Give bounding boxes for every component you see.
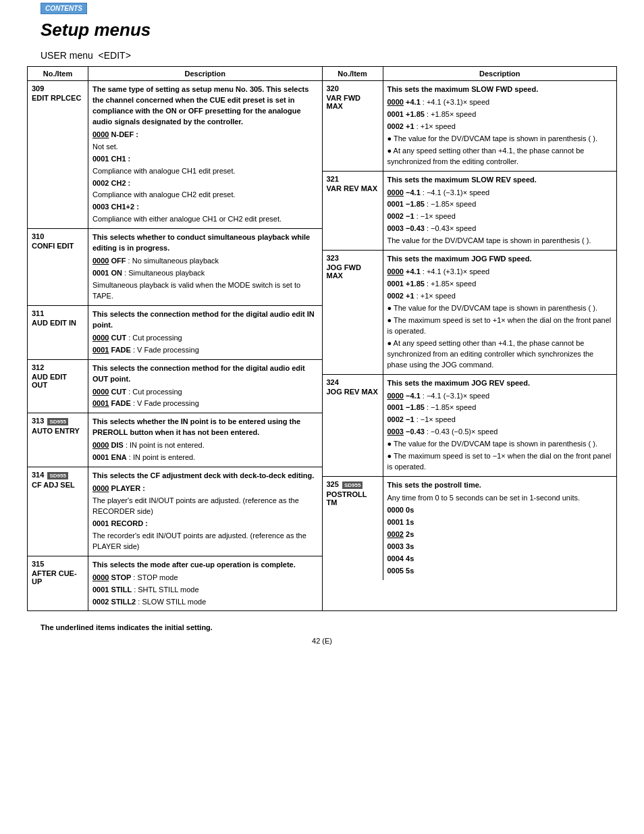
col-desc: This selects whether to conduct simultan…: [88, 229, 322, 305]
table-row: 324JOG REV MAXThis sets the maximum JOG …: [323, 375, 617, 477]
right-data-rows: 320VAR FWD MAXThis sets the maximum SLOW…: [323, 81, 617, 580]
table-row: 315AFTER CUE-UPThis selects the mode aft…: [28, 556, 322, 611]
right-panel: No./Item Description 320VAR FWD MAXThis …: [323, 67, 617, 610]
section-heading: USER menu <EDIT>: [41, 50, 603, 61]
col-desc: This sets the postroll time.Any time fro…: [383, 477, 617, 580]
sd955-badge: SD955: [47, 472, 68, 479]
table-row: 311AUD EDIT INThis selects the connectio…: [28, 306, 322, 360]
right-header-desc: Description: [383, 67, 617, 80]
col-desc: This selects the connection method for t…: [88, 360, 322, 413]
left-panel: No./Item Description 309EDIT RPLCECThe s…: [28, 67, 323, 610]
left-data-rows: 309EDIT RPLCECThe same type of setting a…: [28, 81, 322, 610]
col-no: 309EDIT RPLCEC: [28, 81, 88, 228]
col-desc: This sets the maximum SLOW REV speed.000…: [383, 172, 617, 251]
left-header-desc: Description: [88, 67, 322, 80]
col-desc: This sets the maximum JOG FWD speed.0000…: [383, 251, 617, 373]
col-no: 314 SD955CF ADJ SEL: [28, 467, 88, 556]
col-no: 310CONFI EDIT: [28, 229, 88, 305]
table-row: 310CONFI EDITThis selects whether to con…: [28, 229, 322, 306]
col-desc: This selects the mode after cue-up opera…: [88, 556, 322, 611]
col-no: 324JOG REV MAX: [323, 375, 383, 477]
main-table: No./Item Description 309EDIT RPLCECThe s…: [27, 66, 617, 611]
table-row: 309EDIT RPLCECThe same type of setting a…: [28, 81, 322, 229]
table-row: 325 SD955POSTROLL TMThis sets the postro…: [323, 477, 617, 580]
table-row: 314 SD955CF ADJ SELThis selects the CF a…: [28, 467, 322, 556]
right-header-no: No./Item: [323, 67, 383, 80]
table-row: 312AUD EDIT OUTThis selects the connecti…: [28, 360, 322, 414]
col-desc: This selects the CF adjustment deck with…: [88, 467, 322, 556]
col-desc: The same type of setting as setup menu N…: [88, 81, 322, 228]
left-header-no: No./Item: [28, 67, 88, 80]
col-desc: This selects the connection method for t…: [88, 306, 322, 359]
table-row: 321VAR REV MAXThis sets the maximum SLOW…: [323, 172, 617, 251]
right-header-row: No./Item Description: [323, 67, 617, 81]
col-no: 313 SD955AUTO ENTRY: [28, 413, 88, 467]
col-no: 315AFTER CUE-UP: [28, 556, 88, 611]
contents-tab[interactable]: CONTENTS: [41, 3, 87, 14]
sd955-badge: SD955: [342, 481, 363, 489]
col-desc: This selects whether the IN point is to …: [88, 413, 322, 467]
col-desc: This sets the maximum SLOW FWD speed.000…: [383, 81, 617, 171]
page-title: Setup menus: [41, 20, 603, 41]
table-row: 320VAR FWD MAXThis sets the maximum SLOW…: [323, 81, 617, 172]
col-no: 312AUD EDIT OUT: [28, 360, 88, 413]
table-row: 323JOG FWD MAXThis sets the maximum JOG …: [323, 251, 617, 374]
bottom-note: The underlined items indicates the initi…: [41, 623, 603, 631]
col-no: 321VAR REV MAX: [323, 172, 383, 251]
sd955-badge: SD955: [47, 418, 68, 425]
left-header-row: No./Item Description: [28, 67, 322, 81]
col-no: 325 SD955POSTROLL TM: [323, 477, 383, 580]
page-number: 42 (E): [0, 637, 644, 645]
col-no: 320VAR FWD MAX: [323, 81, 383, 171]
table-row: 313 SD955AUTO ENTRYThis selects whether …: [28, 413, 322, 467]
col-no: 311AUD EDIT IN: [28, 306, 88, 359]
col-no: 323JOG FWD MAX: [323, 251, 383, 373]
col-desc: This sets the maximum JOG REV speed.0000…: [383, 375, 617, 477]
